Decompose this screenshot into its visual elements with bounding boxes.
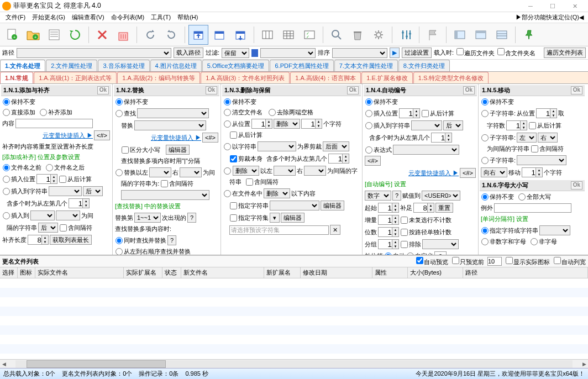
p1-padlen-spinner[interactable]: ▲▼ <box>28 235 49 245</box>
p2-angle-btn[interactable]: <#> <box>202 133 218 143</box>
h-scrollbar[interactable]: ◀ ▶ <box>0 359 588 368</box>
p4-fromend[interactable]: 从后计算 <box>421 109 454 118</box>
p5-substr[interactable]: 子字符串: <box>481 109 516 118</box>
panel1-icon[interactable] <box>450 25 470 45</box>
clear-icon[interactable] <box>113 25 133 45</box>
play-button[interactable]: ▶ <box>390 48 400 58</box>
refresh-icon[interactable] <box>65 25 85 45</box>
p4-ok[interactable]: Ok <box>463 86 475 94</box>
p3-fromend[interactable]: 从后计算 <box>229 131 262 139</box>
p5-right-sel[interactable]: 右 <box>538 133 558 143</box>
window-icon[interactable] <box>209 25 229 45</box>
redo-icon[interactable] <box>161 25 181 45</box>
p5-specchars[interactable]: 指定字符或字符串 <box>481 227 538 235</box>
scroll-thumb[interactable] <box>27 360 166 368</box>
p5-specchars-sel[interactable] <box>539 225 570 235</box>
subtab-adv3[interactable]: 1.A.高级(3)：文件名对照列表 <box>201 72 290 83</box>
checklist-icon[interactable]: ✓✓ <box>300 25 319 45</box>
p3-left-sel[interactable] <box>274 166 296 176</box>
subtab-normal[interactable]: 1.N.常规 <box>0 72 33 83</box>
flag-icon[interactable] <box>423 25 443 45</box>
p3-editor2-button[interactable]: 编辑器 <box>281 213 305 223</box>
p1-pos-spinner[interactable]: ▲▼ <box>36 174 57 184</box>
p1-angle-btn[interactable]: <#> <box>94 130 110 140</box>
p3-multi-spinner[interactable]: ▲▼ <box>328 154 349 164</box>
col-attr[interactable]: 属性 <box>372 267 408 278</box>
p5-fromend[interactable]: 从后计算 <box>528 122 561 130</box>
p3-delsel[interactable] <box>223 167 232 175</box>
p1-ok[interactable]: Ok <box>97 86 109 94</box>
p1-insertpos[interactable]: 插入位置 <box>2 175 35 183</box>
p3-frompos[interactable]: 从位置 <box>223 120 250 128</box>
p2-varinsert[interactable]: 元变量快捷插入 ▶ <box>151 134 201 142</box>
tab-text[interactable]: 7.文本文件属性处理 <box>334 60 398 71</box>
p2-nth-btn[interactable]: ? <box>187 213 196 223</box>
p1-fromend[interactable]: 从后计算 <box>59 175 92 183</box>
p1-direct[interactable]: 直接添加 <box>2 108 35 117</box>
subtab-spec[interactable]: 1.S.特定类型文件名修改 <box>413 72 489 83</box>
menu-file[interactable]: 文件(F) <box>2 13 29 22</box>
p3-preset-input[interactable] <box>229 225 329 235</box>
delete-icon[interactable] <box>92 25 112 45</box>
col-ext[interactable]: 实际扩展名 <box>124 267 162 278</box>
p2-simul-btn[interactable]: ? <box>167 235 176 245</box>
p4-pos-spinner[interactable]: ▲▼ <box>399 108 420 118</box>
p3-right-sel[interactable] <box>304 166 326 176</box>
p2-left-sel[interactable] <box>149 167 171 177</box>
p4-insertpos[interactable]: 插入位置 <box>365 109 398 118</box>
p3-clear-btn[interactable]: ✕ <box>330 225 340 235</box>
p5-allupper[interactable]: 全部大写 <box>518 193 551 201</box>
p2-editor-button[interactable]: 编辑器 <box>166 145 190 155</box>
p1-varinsert[interactable]: 元变量快捷插入 ▶ <box>43 131 93 140</box>
p3-ok[interactable]: Ok <box>347 86 359 94</box>
p1-getmax-button[interactable]: 获取列表最长 <box>50 235 92 245</box>
p4-start-spinner[interactable]: ▲▼ <box>378 203 399 213</box>
tab-classify[interactable]: 8.文件归类处理 <box>398 60 450 71</box>
subtab-adv2[interactable]: 1.A.高级(2)：编码与转换等 <box>117 72 200 83</box>
p3-str-select[interactable] <box>258 141 296 151</box>
col-date[interactable]: 修改日期 <box>301 267 372 278</box>
col-select[interactable]: 选择 <box>0 267 18 278</box>
p1-keep[interactable]: 保持不变 <box>2 98 35 106</box>
p3-inname-sel[interactable]: 删除 <box>264 188 290 198</box>
p2-nth-select[interactable]: 1~~1 <box>134 213 161 223</box>
col-newext[interactable]: 新扩展名 <box>264 267 301 278</box>
p4-expr[interactable]: 表达式 <box>365 146 392 154</box>
p4-angle-btn[interactable]: <#> <box>365 156 381 166</box>
gear-icon[interactable] <box>369 25 389 45</box>
p4-var-sel[interactable]: <USER0> <box>422 191 460 201</box>
p1-sel2[interactable] <box>56 210 80 220</box>
p5-ok[interactable]: Ok <box>571 86 582 94</box>
traverse-button[interactable]: 遍历文件列表 <box>544 48 586 58</box>
p1-beforename[interactable]: 文件名之前 <box>2 164 41 172</box>
p2-find[interactable]: 查找 <box>115 109 136 118</box>
subtab-adv4[interactable]: 1.A.高级(4)：语言脚本 <box>290 72 361 83</box>
p2-replace-select[interactable] <box>134 120 206 130</box>
p4-varinsert[interactable]: 元变量快捷插入 ▶ <box>408 169 459 177</box>
p3-specchars-sel[interactable] <box>270 201 319 210</box>
maximize-button[interactable]: ☐ <box>542 1 564 12</box>
filter-select2[interactable] <box>260 48 316 58</box>
undo-icon[interactable] <box>140 25 160 45</box>
p4-skipunsel[interactable]: 未复选行不计数 <box>400 216 452 224</box>
list-icon[interactable] <box>44 25 64 45</box>
p5-dir-sel[interactable]: 向右 <box>481 167 507 177</box>
p2-incsep[interactable]: 含间隔符 <box>160 180 193 188</box>
p4-custom[interactable]: 自定义 <box>406 252 433 255</box>
p1-incsep[interactable]: 含间隔符 <box>59 224 92 232</box>
add-folder-icon[interactable]: + <box>23 25 43 45</box>
subtab-adv1[interactable]: 1.A.高级(1)：正则表达式等 <box>34 72 117 83</box>
p4-angle-btn2[interactable]: <#> <box>460 168 476 178</box>
subtab-ext[interactable]: 1.E.扩展名修改 <box>361 72 413 83</box>
p1-aftersel[interactable]: 后 <box>83 186 103 196</box>
window-out-icon[interactable] <box>230 25 250 45</box>
p3-clear[interactable]: 清空文件名 <box>223 108 262 117</box>
filter-select[interactable]: 保留 <box>222 48 249 58</box>
p3-crop-select[interactable]: 后面 <box>323 141 349 151</box>
tab-office[interactable]: 5.Office文档摘要处理 <box>202 60 270 71</box>
p4-numtype-sel[interactable]: 数字 <box>365 191 391 201</box>
p3-trim[interactable]: 去除两端空格 <box>268 108 313 117</box>
menu-start[interactable]: 开始更名(G) <box>29 13 69 22</box>
p5-substr2[interactable]: 子字符串: <box>481 134 516 142</box>
p3-speccharset[interactable]: 指定字符集 <box>229 214 269 222</box>
